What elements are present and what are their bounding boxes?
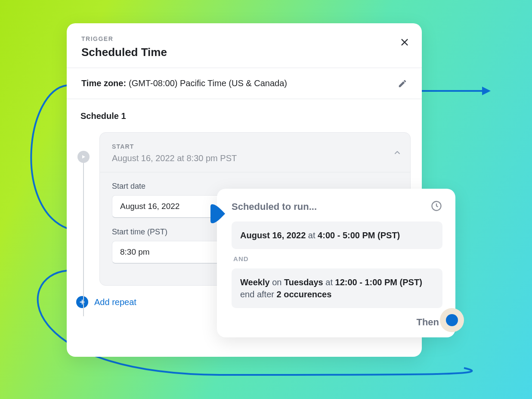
add-repeat-label: Add repeat (94, 297, 136, 307)
card-header: TRIGGER Scheduled Time (67, 23, 422, 68)
collapse-button[interactable] (393, 148, 402, 159)
timeline-start-dot (77, 151, 90, 163)
svg-marker-4 (82, 155, 85, 159)
rule2-day: Tuesdays (284, 277, 323, 287)
rule2-time: 12:00 - 1:00 PM (PST) (335, 277, 422, 287)
timezone-label: Time zone: (81, 78, 126, 88)
scheduled-run-popover: Scheduled to run... August 16, 2022 at 4… (217, 189, 455, 337)
rule2-at: at (323, 277, 335, 287)
rule2-end: end after (240, 290, 277, 299)
timezone-value: (GMT-08:00) Pacific Time (US & Canada) (129, 78, 287, 88)
rule1-at: at (306, 231, 318, 240)
rule2-freq: Weekly (240, 277, 270, 287)
schedule-rule-1: August 16, 2022 at 4:00 - 5:00 PM (PST) (232, 221, 442, 249)
chevron-up-icon (393, 148, 402, 157)
popover-header: Scheduled to run... (232, 200, 442, 214)
schedule-title: Schedule 1 (80, 111, 411, 121)
connector-node[interactable] (440, 308, 464, 332)
rule1-time: 4:00 - 5:00 PM (PST) (318, 231, 400, 240)
rule2-on: on (270, 277, 284, 287)
start-label: START (112, 143, 398, 150)
start-header[interactable]: START August 16, 2022 at 8:30 pm PST (100, 133, 410, 172)
eyebrow-label: TRIGGER (81, 35, 407, 42)
and-separator: AND (233, 255, 442, 262)
pencil-icon (398, 79, 407, 88)
close-icon (400, 37, 409, 47)
svg-marker-1 (482, 87, 491, 95)
edit-timezone-button[interactable] (398, 79, 407, 88)
plus-icon (79, 299, 86, 305)
then-label: Then (232, 317, 442, 328)
timeline-line (83, 161, 84, 316)
popover-title: Scheduled to run... (232, 201, 317, 212)
close-button[interactable] (398, 35, 411, 49)
connector-dot-icon (446, 314, 458, 326)
play-icon (81, 154, 86, 159)
rule1-date: August 16, 2022 (240, 231, 306, 240)
card-title: Scheduled Time (81, 46, 407, 59)
schedule-rule-2: Weekly on Tuesdays at 12:00 - 1:00 PM (P… (232, 268, 442, 308)
rule2-count: 2 occurences (277, 290, 332, 299)
start-summary: August 16, 2022 at 8:30 pm PST (112, 153, 398, 163)
popover-pointer-icon (210, 204, 226, 223)
clock-icon (430, 200, 442, 214)
timezone-row: Time zone: (GMT-08:00) Pacific Time (US … (67, 68, 422, 99)
plus-circle-icon (76, 296, 88, 308)
